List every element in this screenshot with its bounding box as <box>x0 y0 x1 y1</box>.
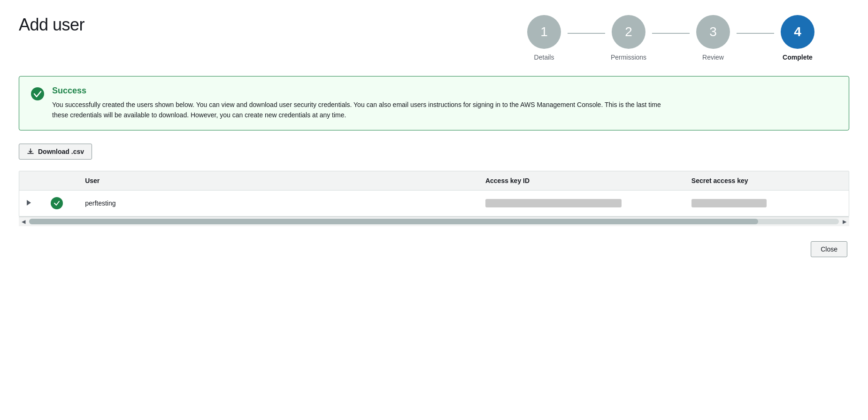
success-content: Success You successfully created the use… <box>52 86 662 121</box>
download-icon <box>27 148 34 155</box>
step-3-label: Review <box>702 53 724 61</box>
th-user: User <box>77 171 478 191</box>
row-status-cell <box>43 190 77 216</box>
row-expand-cell[interactable] <box>19 190 43 216</box>
th-status <box>43 171 77 191</box>
step-2: 2 Permissions <box>605 15 652 61</box>
scroll-right-arrow[interactable]: ▶ <box>841 218 848 225</box>
table-header-row: User Access key ID Secret access key <box>19 171 849 191</box>
th-expand <box>19 171 43 191</box>
secret-access-key-value <box>691 199 767 207</box>
success-title: Success <box>52 86 662 96</box>
th-secret-access-key: Secret access key <box>684 171 849 191</box>
success-banner: Success You successfully created the use… <box>19 76 849 130</box>
step-connector-3-4 <box>737 33 774 34</box>
users-table: User Access key ID Secret access key <box>19 171 849 216</box>
download-csv-label: Download .csv <box>38 148 84 155</box>
access-key-id-value <box>485 199 622 207</box>
row-user-cell: perftesting <box>77 190 478 216</box>
step-1-circle: 1 <box>527 15 561 49</box>
expand-arrow-icon[interactable] <box>27 200 31 206</box>
success-message: You successfully created the users shown… <box>52 99 662 121</box>
step-4: 4 Complete <box>774 15 821 61</box>
horizontal-scrollbar[interactable]: ◀ ▶ <box>19 217 849 226</box>
th-access-key-id: Access key ID <box>478 171 684 191</box>
page-title: Add user <box>19 15 84 35</box>
step-2-circle: 2 <box>612 15 645 49</box>
row-username: perftesting <box>85 199 115 207</box>
stepper: 1 Details 2 Permissions 3 Review 4 Compl… <box>521 15 821 61</box>
step-1-label: Details <box>534 53 554 61</box>
row-success-icon <box>51 197 63 209</box>
close-button[interactable]: Close <box>811 241 847 257</box>
footer-row: Close <box>19 241 849 257</box>
step-connector-2-3 <box>652 33 690 34</box>
step-connector-1-2 <box>568 33 605 34</box>
step-3: 3 Review <box>690 15 737 61</box>
step-4-label: Complete <box>783 53 813 61</box>
download-csv-button[interactable]: Download .csv <box>19 144 92 160</box>
scroll-track[interactable] <box>29 219 839 224</box>
step-4-circle: 4 <box>781 15 814 49</box>
row-access-key-cell <box>478 190 684 216</box>
users-table-container: User Access key ID Secret access key <box>19 171 849 217</box>
success-icon-wrap <box>31 87 45 102</box>
scroll-left-arrow[interactable]: ◀ <box>20 218 27 225</box>
step-2-label: Permissions <box>611 53 646 61</box>
svg-point-0 <box>31 87 44 100</box>
header-row: Add user 1 Details 2 Permissions 3 Revie… <box>19 15 849 61</box>
scroll-thumb[interactable] <box>29 219 758 224</box>
step-3-circle: 3 <box>696 15 730 49</box>
row-secret-key-cell <box>684 190 849 216</box>
table-row: perftesting <box>19 190 849 216</box>
success-icon <box>31 87 45 101</box>
step-1: 1 Details <box>521 15 568 61</box>
